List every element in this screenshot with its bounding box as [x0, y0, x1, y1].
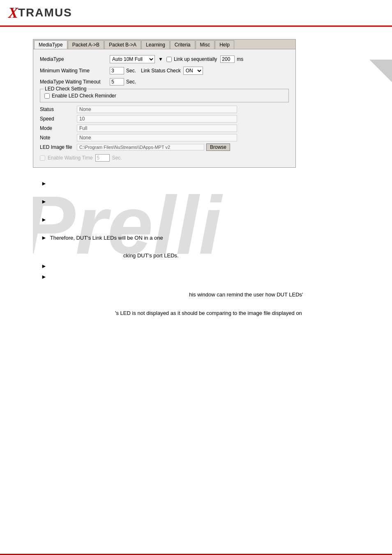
tab-help[interactable]: Help: [215, 40, 234, 49]
arrow-decoration: [369, 60, 392, 82]
link-up-label: Link up sequentially: [174, 56, 217, 62]
para3: his window can remind the user how DUT L…: [189, 291, 303, 298]
led-group-box: LED Check Setting Enable LED Check Remin…: [40, 89, 289, 102]
enable-waiting-input[interactable]: 5: [95, 154, 110, 162]
enable-led-label: Enable LED Check Reminder: [52, 93, 116, 99]
mediatype-row: MediaType Auto 10M Full ▼ Link up sequen…: [40, 55, 289, 63]
enable-waiting-checkbox[interactable]: [40, 155, 45, 161]
note-label: Note: [40, 135, 77, 141]
min-wait-label: Minimum Waiting Time: [40, 68, 110, 74]
para4: 's LED is not displayed as it should be …: [115, 310, 302, 316]
dialog-box: MediaType Packet A->B Packet B->A Learni…: [33, 39, 296, 168]
main-content: MediaType Packet A->B Packet B->A Learni…: [0, 27, 392, 324]
mediatype-timeout-label: MediaType Waiting Timeout: [40, 79, 110, 85]
dialog-body: MediaType Auto 10M Full ▼ Link up sequen…: [33, 49, 295, 167]
bullet-2: ►: [41, 198, 359, 205]
para3-container: his window can remind the user how DUT L…: [189, 291, 359, 298]
speed-row: Speed 10: [40, 115, 289, 123]
enable-led-checkbox[interactable]: [44, 93, 50, 99]
mode-value: Full: [77, 125, 237, 132]
link-status-label: Link Status Check: [141, 68, 181, 74]
note-value: None: [77, 134, 237, 141]
min-wait-row: Minimum Waiting Time 3 Sec. Link Status …: [40, 67, 289, 75]
led-image-label: LED Image file: [40, 144, 77, 150]
enable-waiting-row: Enable Waiting Time 5 Sec.: [40, 154, 289, 162]
mediatype-timeout-unit: Sec.: [126, 79, 136, 85]
status-label: Status: [40, 106, 77, 112]
tab-criteria[interactable]: Criteria: [170, 40, 195, 49]
enable-waiting-label: Enable Waiting Time: [48, 155, 93, 161]
mediatype-label: MediaType: [40, 56, 110, 62]
link-up-checkbox[interactable]: [166, 57, 172, 62]
led-image-path: C:\Program Files\NuStreams\\DApps-MPT v2: [77, 144, 204, 150]
mode-row: Mode Full: [40, 125, 289, 132]
enable-waiting-unit: Sec.: [112, 155, 122, 161]
bullet-1: ►: [41, 180, 359, 187]
status-row: Status None: [40, 106, 289, 113]
tab-packet-ba[interactable]: Packet B->A: [104, 40, 141, 49]
bullet-4: ► Therefore, DUT's Link LEDs will be ON …: [41, 234, 359, 241]
arrow-icon-1: ►: [41, 180, 47, 187]
browse-button[interactable]: Browse: [206, 143, 230, 151]
link-up-ms-input[interactable]: 200: [220, 56, 235, 63]
bullet-6: ►: [41, 273, 359, 280]
speed-label: Speed: [40, 116, 77, 122]
mediatype-select[interactable]: Auto 10M Full: [110, 55, 155, 63]
status-value: None: [77, 106, 237, 113]
led-group-legend: LED Check Setting: [44, 86, 88, 92]
mediatype-timeout-input[interactable]: 5: [110, 78, 124, 86]
tab-misc[interactable]: Misc: [196, 40, 215, 49]
min-wait-unit: Sec.: [126, 68, 136, 74]
bullet-lines: ► ► ► ► Therefore, DUT's Link LEDs will …: [33, 180, 359, 280]
watermark-area: Prelli ► ► ► ► Therefore, DUT's Link LED…: [33, 180, 359, 316]
arrow-icon-4: ►: [41, 234, 47, 241]
bullet-5: ►: [41, 263, 359, 269]
speed-value: 10: [77, 115, 237, 123]
header: X TRAMUS: [0, 0, 392, 27]
para2: cking DUT's port LEDs.: [123, 252, 359, 259]
mediatype-timeout-row: MediaType Waiting Timeout 5 Sec.: [40, 78, 289, 86]
tab-bar: MediaType Packet A->B Packet B->A Learni…: [33, 39, 295, 49]
mode-label: Mode: [40, 125, 77, 131]
arrow-icon-2: ►: [41, 198, 47, 205]
logo-x: X: [8, 4, 18, 21]
arrow-icon-3: ►: [41, 216, 47, 223]
para4-container: 's LED is not displayed as it should be …: [115, 310, 359, 316]
tab-learning[interactable]: Learning: [141, 40, 170, 49]
enable-led-row: Enable LED Check Reminder: [44, 91, 284, 99]
tab-packet-ab[interactable]: Packet A->B: [68, 40, 104, 49]
arrow-icon-5: ►: [41, 263, 47, 269]
logo-text: TRAMUS: [18, 6, 72, 19]
arrow-icon-6: ►: [41, 273, 47, 280]
link-up-ms-unit: ms: [237, 56, 243, 62]
link-status-select[interactable]: ON OFF: [183, 67, 203, 75]
tab-mediatype[interactable]: MediaType: [34, 40, 67, 49]
bullet-3: ►: [41, 216, 359, 223]
note-row: Note None: [40, 134, 289, 141]
led-image-row: LED Image file C:\Program Files\NuStream…: [40, 143, 289, 151]
min-wait-input[interactable]: 3: [110, 67, 124, 74]
